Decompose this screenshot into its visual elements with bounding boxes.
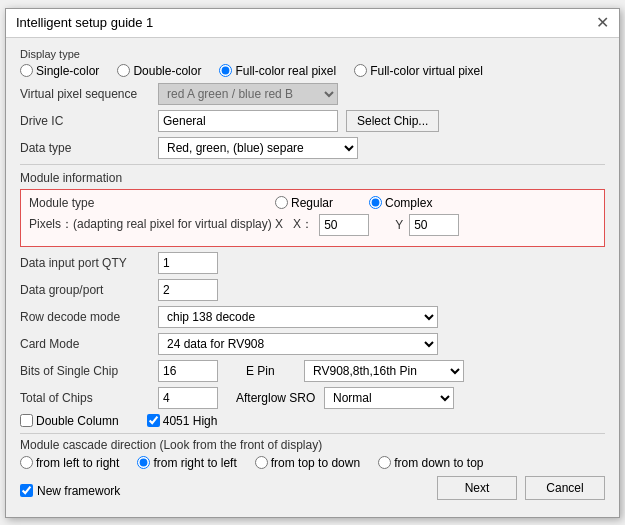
data-type-row: Data type Red, green, (blue) separe: [20, 137, 605, 159]
row-decode-label: Row decode mode: [20, 310, 150, 324]
data-type-select[interactable]: Red, green, (blue) separe: [158, 137, 358, 159]
single-color-radio[interactable]: [20, 64, 33, 77]
button-row: Next Cancel: [437, 476, 605, 500]
regular-radio[interactable]: [275, 196, 288, 209]
row-decode-select[interactable]: chip 138 decode: [158, 306, 438, 328]
data-type-label: Data type: [20, 141, 150, 155]
module-type-label: Module type: [29, 196, 269, 210]
double-column-row: Double Column 4051 High: [20, 414, 605, 428]
double-column-option[interactable]: Double Column: [20, 414, 119, 428]
bits-label: Bits of Single Chip: [20, 364, 150, 378]
card-mode-row: Card Mode 24 data for RV908: [20, 333, 605, 355]
display-type-row: Single-color Double-color Full-color rea…: [20, 64, 605, 78]
down-top-radio[interactable]: [378, 456, 391, 469]
full-virtual-option[interactable]: Full-color virtual pixel: [354, 64, 483, 78]
single-color-option[interactable]: Single-color: [20, 64, 99, 78]
full-virtual-radio[interactable]: [354, 64, 367, 77]
high-4051-checkbox[interactable]: [147, 414, 160, 427]
select-chip-button[interactable]: Select Chip...: [346, 110, 439, 132]
drive-ic-input[interactable]: [158, 110, 338, 132]
new-framework-checkbox[interactable]: [20, 484, 33, 497]
top-down-option[interactable]: from top to down: [255, 456, 360, 470]
complex-option[interactable]: Complex: [369, 196, 432, 210]
next-button[interactable]: Next: [437, 476, 517, 500]
full-real-radio[interactable]: [219, 64, 232, 77]
left-right-label: from left to right: [36, 456, 119, 470]
pixels-x-input[interactable]: [319, 214, 369, 236]
module-info-label: Module information: [20, 171, 605, 185]
right-left-option[interactable]: from right to left: [137, 456, 236, 470]
data-input-port-row: Data input port QTY: [20, 252, 605, 274]
epin-select[interactable]: RV908,8th,16th Pin: [304, 360, 464, 382]
dialog: Intelligent setup guide 1 ✕ Display type…: [5, 8, 620, 518]
bits-input[interactable]: [158, 360, 218, 382]
down-top-label: from down to top: [394, 456, 483, 470]
virtual-pixel-row: Virtual pixel sequence red A green / blu…: [20, 83, 605, 105]
bits-epin-row: Bits of Single Chip E Pin RV908,8th,16th…: [20, 360, 605, 382]
epin-label: E Pin: [246, 364, 296, 378]
high-4051-option[interactable]: 4051 High: [147, 414, 218, 428]
pixels-row: Pixels：(adapting real pixel for virtual …: [29, 214, 596, 236]
cancel-button[interactable]: Cancel: [525, 476, 605, 500]
top-down-radio[interactable]: [255, 456, 268, 469]
afterglow-label: Afterglow SRO: [236, 391, 316, 405]
pixels-label: Pixels：(adapting real pixel for virtual …: [29, 216, 283, 233]
regular-option[interactable]: Regular: [275, 196, 333, 210]
module-type-row: Module type Regular Complex: [29, 196, 596, 210]
down-top-option[interactable]: from down to top: [378, 456, 483, 470]
full-virtual-label: Full-color virtual pixel: [370, 64, 483, 78]
drive-ic-row: Drive IC Select Chip...: [20, 110, 605, 132]
x-label: X：: [293, 216, 313, 233]
dialog-content: Display type Single-color Double-color F…: [6, 38, 619, 510]
double-column-checkbox[interactable]: [20, 414, 33, 427]
double-column-label: Double Column: [36, 414, 119, 428]
complex-label: Complex: [385, 196, 432, 210]
data-input-port-input[interactable]: [158, 252, 218, 274]
full-real-option[interactable]: Full-color real pixel: [219, 64, 336, 78]
total-afterglow-row: Total of Chips Afterglow SRO Normal: [20, 387, 605, 409]
double-color-option[interactable]: Double-color: [117, 64, 201, 78]
virtual-pixel-select[interactable]: red A green / blue red B: [158, 83, 338, 105]
cascade-direction-label: Module cascade direction (Look from the …: [20, 438, 605, 452]
afterglow-select[interactable]: Normal: [324, 387, 454, 409]
right-left-radio[interactable]: [137, 456, 150, 469]
module-box: Module type Regular Complex Pixels：(adap…: [20, 189, 605, 247]
total-chips-label: Total of Chips: [20, 391, 150, 405]
high-4051-label: 4051 High: [163, 414, 218, 428]
complex-radio[interactable]: [369, 196, 382, 209]
top-down-label: from top to down: [271, 456, 360, 470]
virtual-pixel-label: Virtual pixel sequence: [20, 87, 150, 101]
title-bar: Intelligent setup guide 1 ✕: [6, 9, 619, 38]
y-label: Y: [395, 218, 403, 232]
data-group-row: Data group/port: [20, 279, 605, 301]
data-group-label: Data group/port: [20, 283, 150, 297]
total-chips-input[interactable]: [158, 387, 218, 409]
right-left-label: from right to left: [153, 456, 236, 470]
display-type-label: Display type: [20, 48, 605, 60]
cascade-direction-row: from left to right from right to left fr…: [20, 456, 605, 470]
drive-ic-label: Drive IC: [20, 114, 150, 128]
display-type-radio-group: Single-color Double-color Full-color rea…: [20, 64, 483, 78]
cascade-radio-group: from left to right from right to left fr…: [20, 456, 484, 470]
card-mode-label: Card Mode: [20, 337, 150, 351]
pixels-y-input[interactable]: [409, 214, 459, 236]
regular-label: Regular: [291, 196, 333, 210]
new-framework-option[interactable]: New framework: [20, 484, 120, 498]
close-button[interactable]: ✕: [596, 15, 609, 31]
full-real-label: Full-color real pixel: [235, 64, 336, 78]
card-mode-select[interactable]: 24 data for RV908: [158, 333, 438, 355]
new-framework-label: New framework: [37, 484, 120, 498]
double-color-label: Double-color: [133, 64, 201, 78]
dialog-title: Intelligent setup guide 1: [16, 15, 153, 30]
double-color-radio[interactable]: [117, 64, 130, 77]
left-right-option[interactable]: from left to right: [20, 456, 119, 470]
data-group-input[interactable]: [158, 279, 218, 301]
row-decode-row: Row decode mode chip 138 decode: [20, 306, 605, 328]
data-input-port-label: Data input port QTY: [20, 256, 150, 270]
single-color-label: Single-color: [36, 64, 99, 78]
left-right-radio[interactable]: [20, 456, 33, 469]
